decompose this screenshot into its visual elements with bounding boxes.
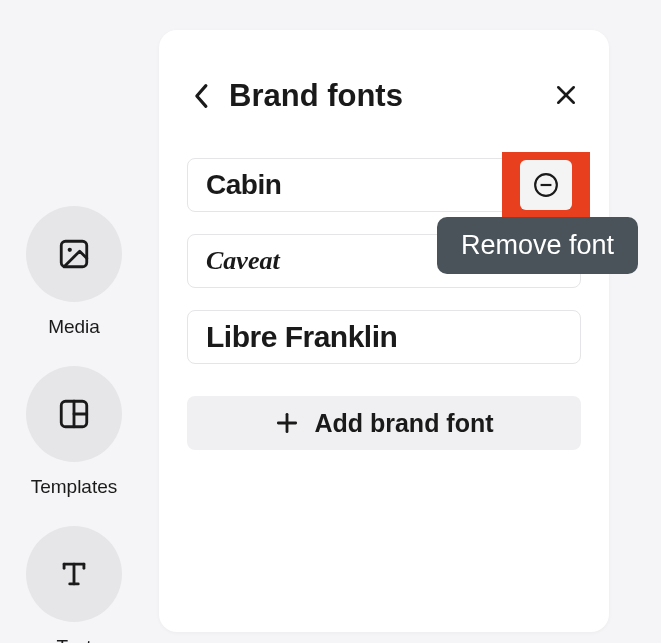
sidebar-item-templates[interactable]: Templates	[26, 366, 122, 498]
add-button-label: Add brand font	[314, 409, 493, 438]
panel-title: Brand fonts	[229, 78, 403, 114]
remove-font-tooltip: Remove font	[437, 217, 638, 274]
add-brand-font-button[interactable]: Add brand font	[187, 396, 581, 450]
sidebar-item-text[interactable]: Text	[26, 526, 122, 643]
font-name-label: Caveat	[206, 246, 280, 276]
font-item[interactable]: Cabin	[187, 158, 581, 212]
sidebar-item-label: Templates	[31, 476, 118, 498]
remove-highlight-box	[502, 152, 590, 218]
font-item[interactable]: Libre Franklin	[187, 310, 581, 364]
font-name-label: Libre Franklin	[206, 320, 397, 354]
brand-fonts-panel: Brand fonts Cabin Caveat	[159, 30, 609, 632]
chevron-left-icon	[194, 83, 210, 109]
layout-icon	[26, 366, 122, 462]
image-icon	[26, 206, 122, 302]
minus-circle-icon	[533, 172, 559, 198]
sidebar-item-media[interactable]: Media	[26, 206, 122, 338]
sidebar: Media Templates Text	[24, 206, 124, 643]
remove-font-button[interactable]	[520, 160, 572, 210]
close-button[interactable]	[551, 80, 581, 110]
sidebar-item-label: Media	[48, 316, 100, 338]
close-icon	[555, 84, 577, 106]
panel-header: Brand fonts	[187, 78, 581, 114]
font-name-label: Cabin	[206, 169, 281, 201]
back-button[interactable]	[187, 81, 217, 111]
plus-icon	[274, 410, 300, 436]
svg-point-1	[68, 248, 72, 252]
sidebar-item-label: Text	[57, 636, 92, 643]
text-icon	[26, 526, 122, 622]
